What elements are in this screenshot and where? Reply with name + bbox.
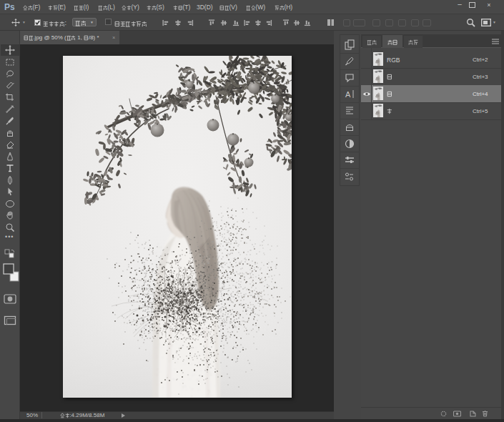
svg-text:A: A <box>345 90 351 99</box>
